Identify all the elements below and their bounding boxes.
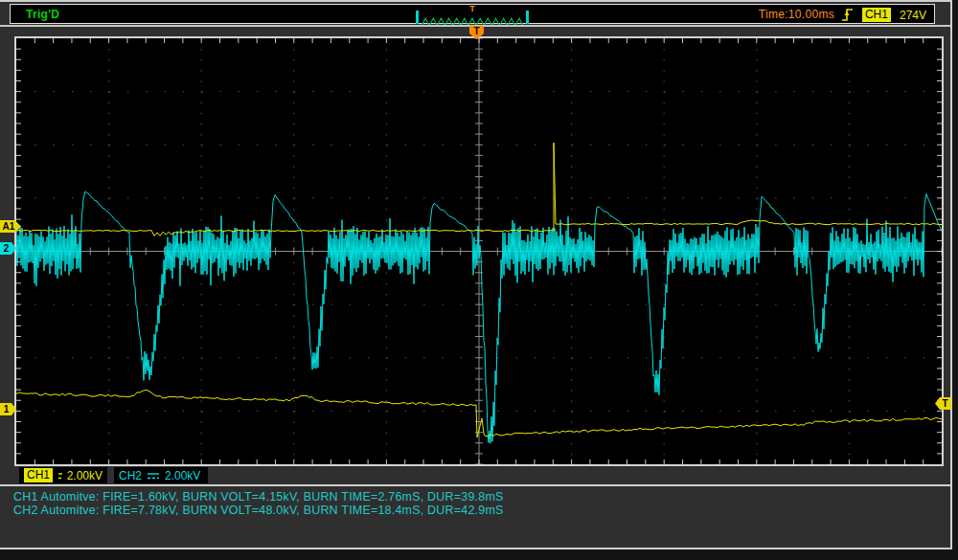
display-panel: Trig'D T Time:10.00ms CH1 274V T	[0, 0, 952, 549]
ch1-scale-readout: 2.00kV	[67, 469, 103, 482]
ch2-name-text: CH2	[119, 469, 142, 482]
measurement-panel: CH1 Automitve: FIRE=1.60kV, BURN VOLT=4.…	[13, 490, 504, 517]
measurement-divider	[0, 484, 950, 486]
ch1-measurement-readout: CH1 Automitve: FIRE=1.60kV, BURN VOLT=4.…	[13, 490, 504, 504]
graticule-svg	[16, 38, 942, 464]
ch2-scale-readout: 2.00kV	[165, 469, 200, 482]
trigger-source-badge: CH1	[862, 8, 891, 22]
trigger-level-readout: 274V	[900, 9, 926, 22]
ch2-label[interactable]: CH2 2.00kV	[114, 467, 208, 483]
dc-coupling-icon	[57, 471, 62, 481]
preview-trigger-marker: T	[469, 5, 475, 12]
rising-edge-icon	[841, 7, 854, 23]
trigger-info: CH1 274V	[841, 7, 926, 23]
timebase-readout: Time:10.00ms	[759, 8, 834, 21]
ch1-label[interactable]: CH1 2.00kV	[19, 467, 107, 483]
oscilloscope-screen: Trig'D T Time:10.00ms CH1 274V T	[0, 0, 958, 560]
preview-left-bracket-icon[interactable]	[416, 11, 419, 24]
ch2-measurement-readout: CH2 Automitve: FIRE=7.78kV, BURN VOLT=48…	[13, 504, 504, 517]
trigger-status: Trig'D	[26, 8, 59, 21]
preview-waveform	[416, 12, 529, 23]
waveform-display	[14, 36, 944, 466]
dc-coupling-icon	[147, 471, 160, 481]
preview-right-bracket-icon[interactable]	[526, 11, 529, 24]
acquisition-preview[interactable]: T	[413, 5, 532, 23]
ch1-name-badge: CH1	[24, 468, 53, 482]
status-bar: Trig'D T Time:10.00ms CH1 274V	[10, 4, 935, 24]
